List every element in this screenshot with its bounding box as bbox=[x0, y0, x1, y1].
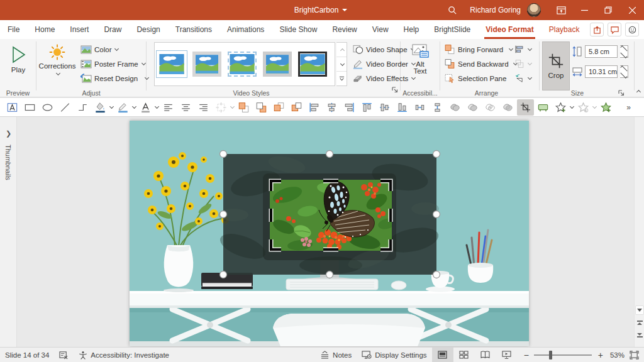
poster-frame-button[interactable]: Poster Frame bbox=[80, 57, 145, 70]
selection-handle-bottom-right[interactable] bbox=[433, 272, 440, 278]
previous-slide-button[interactable] bbox=[635, 318, 644, 327]
zoom-slider-thumb[interactable] bbox=[549, 351, 552, 359]
tab-transitions[interactable]: Transitions bbox=[168, 20, 219, 39]
selection-handle-left[interactable] bbox=[220, 211, 227, 218]
tab-view[interactable]: View bbox=[365, 20, 396, 39]
notes-button[interactable]: Notes bbox=[315, 348, 357, 362]
animation-options-icon[interactable] bbox=[575, 99, 592, 116]
textbox-tool-icon[interactable] bbox=[4, 99, 21, 116]
distribute-horizontal-icon[interactable] bbox=[411, 99, 428, 116]
tab-insert[interactable]: Insert bbox=[62, 20, 96, 39]
send-to-back-icon[interactable] bbox=[288, 99, 305, 116]
brightslide-star-tool-icon[interactable] bbox=[597, 99, 614, 116]
tab-draw[interactable]: Draw bbox=[96, 20, 129, 39]
share-icon[interactable] bbox=[590, 23, 604, 36]
add-animation-icon[interactable] bbox=[552, 99, 569, 116]
size-dialog-launcher[interactable] bbox=[617, 89, 625, 97]
scroll-down-button[interactable] bbox=[635, 305, 644, 315]
oval-tool-icon[interactable] bbox=[39, 99, 56, 116]
user-name[interactable]: Richard Goring bbox=[464, 6, 527, 14]
send-backward-icon[interactable] bbox=[253, 99, 270, 116]
tab-playback[interactable]: Playback bbox=[541, 20, 587, 39]
chevron-down-icon[interactable] bbox=[591, 99, 597, 116]
tab-video-format[interactable]: Video Format bbox=[478, 20, 541, 39]
zoom-level[interactable]: 53% bbox=[606, 351, 627, 359]
play-button[interactable]: Play bbox=[5, 40, 31, 74]
selection-handle-bottom[interactable] bbox=[326, 272, 333, 278]
alt-text-button[interactable]: Alt Text bbox=[404, 39, 436, 75]
selection-handle-bottom-left[interactable] bbox=[220, 272, 227, 278]
height-spinner[interactable] bbox=[620, 45, 628, 58]
tab-home[interactable]: Home bbox=[27, 20, 62, 39]
zoom-slider[interactable] bbox=[534, 354, 592, 356]
selection-handle-right[interactable] bbox=[433, 211, 440, 218]
align-objects-button[interactable] bbox=[514, 43, 531, 56]
chevron-down-icon[interactable] bbox=[153, 99, 159, 116]
align-text-center-icon[interactable] bbox=[177, 99, 194, 116]
video-style-option-4[interactable] bbox=[262, 46, 293, 82]
video-crop-area[interactable] bbox=[270, 180, 397, 251]
tab-brightslide[interactable]: BrightSlide bbox=[426, 20, 478, 39]
selection-handle-top[interactable] bbox=[326, 151, 333, 158]
video-style-option-3[interactable] bbox=[226, 46, 258, 82]
zoom-in-button[interactable]: + bbox=[596, 348, 606, 362]
tab-design[interactable]: Design bbox=[129, 20, 167, 39]
gallery-more-button[interactable] bbox=[336, 72, 347, 85]
brightslide-tool-icon[interactable] bbox=[535, 99, 552, 116]
toolbar-overflow-button[interactable]: » bbox=[620, 99, 637, 116]
ribbon-display-options-icon[interactable] bbox=[550, 0, 572, 20]
bring-forward-button[interactable]: Bring Forward bbox=[444, 43, 513, 56]
expand-thumbnails-chevron-icon[interactable]: ❯ bbox=[6, 129, 11, 138]
collapse-ribbon-button[interactable] bbox=[634, 87, 642, 96]
chevron-down-icon[interactable] bbox=[130, 99, 136, 116]
feedback-smiley-icon[interactable] bbox=[625, 23, 639, 36]
video-height-field[interactable] bbox=[585, 45, 618, 58]
bring-forward-icon[interactable] bbox=[235, 99, 252, 116]
width-spinner[interactable] bbox=[620, 65, 628, 78]
align-center-h-icon[interactable] bbox=[323, 99, 340, 116]
video-style-option-1[interactable] bbox=[156, 46, 187, 82]
rotate-objects-button[interactable] bbox=[514, 72, 531, 85]
slide-sorter-view-button[interactable] bbox=[453, 348, 475, 362]
vertical-scrollbar[interactable] bbox=[634, 117, 644, 347]
fit-slide-to-window-button[interactable] bbox=[627, 348, 644, 362]
avatar[interactable] bbox=[527, 3, 541, 17]
distribute-vertical-icon[interactable] bbox=[429, 99, 446, 116]
chevron-down-icon[interactable] bbox=[108, 99, 114, 116]
comment-icon[interactable] bbox=[608, 23, 621, 36]
video-style-option-5[interactable] bbox=[297, 46, 328, 82]
video-width-field[interactable] bbox=[585, 65, 618, 78]
merge-intersect-icon[interactable] bbox=[482, 99, 499, 116]
tab-help[interactable]: Help bbox=[396, 20, 427, 39]
close-button[interactable] bbox=[620, 0, 644, 20]
shape-outline-icon[interactable] bbox=[114, 99, 131, 116]
shape-fill-icon[interactable] bbox=[92, 99, 109, 116]
bring-to-front-icon[interactable] bbox=[270, 99, 287, 116]
tab-file[interactable]: File bbox=[0, 20, 27, 39]
reset-design-button[interactable]: Reset Design bbox=[80, 72, 148, 85]
align-text-right-icon[interactable] bbox=[195, 99, 212, 116]
object-position-icon[interactable] bbox=[213, 99, 230, 116]
restore-button[interactable] bbox=[596, 0, 620, 20]
video-styles-dialog-launcher[interactable] bbox=[391, 85, 399, 94]
align-left-icon[interactable] bbox=[306, 99, 323, 116]
tab-slide-show[interactable]: Slide Show bbox=[272, 20, 325, 39]
align-right-icon[interactable] bbox=[341, 99, 358, 116]
search-icon[interactable] bbox=[441, 0, 464, 20]
spell-check-button[interactable] bbox=[54, 348, 74, 362]
gallery-scroll-down[interactable] bbox=[336, 57, 347, 72]
merge-fragment-icon[interactable] bbox=[499, 99, 516, 116]
send-backward-button[interactable]: Send Backward bbox=[444, 57, 517, 70]
display-settings-button[interactable]: Display Settings bbox=[357, 348, 431, 362]
selection-pane-button[interactable]: Selection Pane bbox=[444, 72, 506, 85]
crop-button[interactable]: Crop bbox=[542, 41, 570, 90]
corrections-button[interactable]: Corrections bbox=[38, 39, 77, 76]
gallery-scroll-up[interactable] bbox=[336, 43, 347, 57]
selection-handle-top-right[interactable] bbox=[433, 151, 440, 158]
minimize-button[interactable] bbox=[572, 0, 596, 20]
align-top-icon[interactable] bbox=[358, 99, 375, 116]
tab-review[interactable]: Review bbox=[325, 20, 364, 39]
slideshow-view-button[interactable] bbox=[496, 348, 518, 362]
chevron-down-icon[interactable] bbox=[568, 99, 574, 116]
normal-view-button[interactable] bbox=[432, 348, 453, 362]
